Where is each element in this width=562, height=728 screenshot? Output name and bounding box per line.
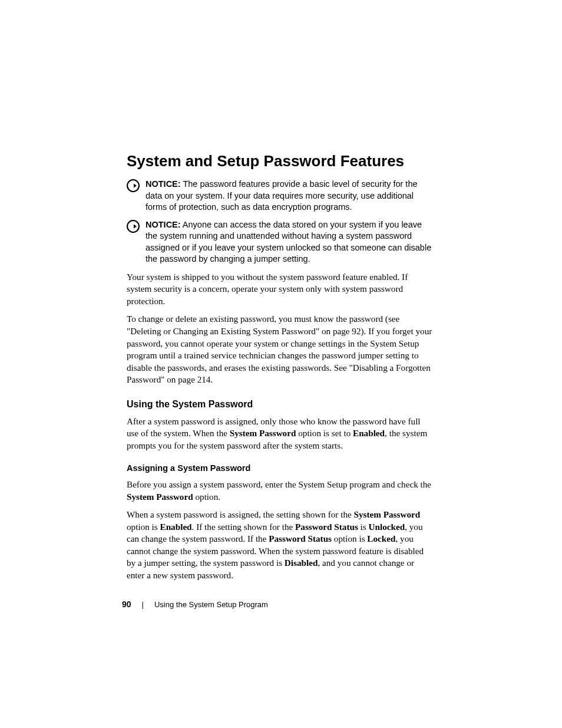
text-run: Before you assign a system password, ent… <box>127 479 431 489</box>
notice-text-1: NOTICE: The password features provide a … <box>146 179 433 213</box>
page-content: System and Setup Password Features NOTIC… <box>127 152 433 581</box>
bold-term: System Password <box>354 509 421 519</box>
bold-term: System Password <box>127 492 193 502</box>
page-title: System and Setup Password Features <box>127 152 433 170</box>
paragraph: Before you assign a system password, ent… <box>127 479 433 503</box>
notice-body: Anyone can access the data stored on you… <box>146 220 431 264</box>
svg-point-1 <box>127 220 139 232</box>
paragraph: To change or delete an existing password… <box>127 313 433 386</box>
notice-arrow-icon <box>127 179 140 192</box>
paragraph: After a system password is assigned, onl… <box>127 416 433 452</box>
bold-term: Enabled <box>353 428 385 438</box>
notice-body: The password features provide a basic le… <box>146 179 418 212</box>
section-heading-using: Using the System Password <box>127 399 433 410</box>
text-run: option is <box>127 522 160 532</box>
notice-label: NOTICE: <box>146 179 181 189</box>
notice-text-2: NOTICE: Anyone can access the data store… <box>146 219 433 265</box>
notice-block-1: NOTICE: The password features provide a … <box>127 179 433 213</box>
text-run: option. <box>193 492 220 502</box>
paragraph: Your system is shipped to you without th… <box>127 271 433 308</box>
notice-label: NOTICE: <box>146 220 181 229</box>
bold-term: System Password <box>230 428 296 438</box>
notice-block-2: NOTICE: Anyone can access the data store… <box>127 219 433 265</box>
notice-arrow-icon <box>127 220 140 233</box>
page-number: 90 <box>122 599 131 609</box>
text-run: is <box>358 522 369 532</box>
bold-term: Locked <box>367 533 395 543</box>
bold-term: Unlocked <box>369 522 405 532</box>
bold-term: Enabled <box>160 522 192 532</box>
subsection-heading-assigning: Assigning a System Password <box>127 463 433 473</box>
text-run: When a system password is assigned, the … <box>127 509 354 519</box>
paragraph: When a system password is assigned, the … <box>127 509 433 581</box>
svg-point-0 <box>127 180 139 192</box>
text-run: . If the setting shown for the <box>192 522 295 532</box>
footer-section-title: Using the System Setup Program <box>154 600 268 609</box>
text-run: option is <box>332 533 367 543</box>
text-run: option is set to <box>296 428 353 438</box>
page-footer: 90 | Using the System Setup Program <box>122 599 268 609</box>
bold-term: Password Status <box>269 533 332 543</box>
bold-term: Disabled <box>285 558 318 568</box>
bold-term: Password Status <box>295 522 358 532</box>
footer-divider: | <box>142 600 144 609</box>
